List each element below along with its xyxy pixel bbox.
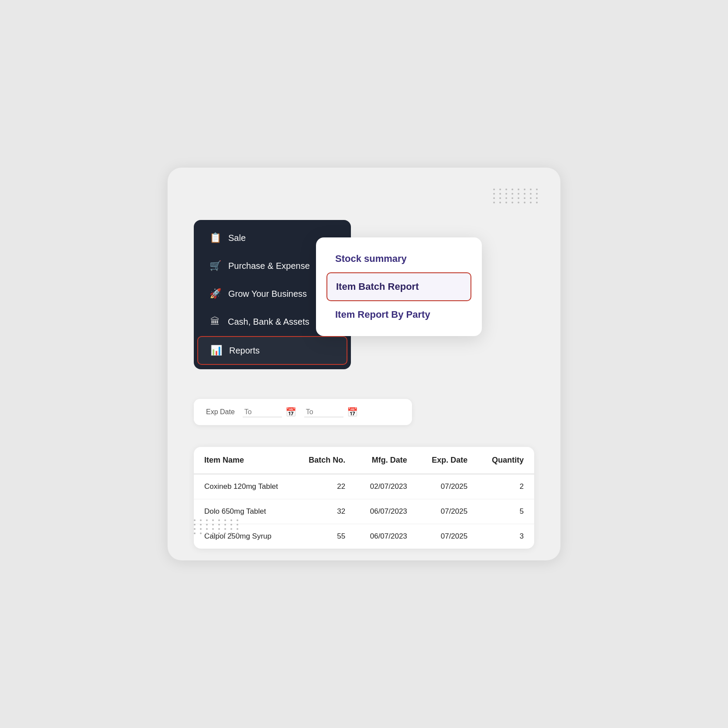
dropdown-item-batch-report[interactable]: Item Batch Report (326, 272, 471, 301)
cell-mfg-date: 06/07/2023 (356, 524, 418, 549)
col-mfg-date: Mfg. Date (356, 447, 418, 474)
sidebar-label-grow: Grow Your Business (228, 289, 323, 299)
dropdown-popup: Stock summary Item Batch Report Item Rep… (316, 237, 482, 336)
cell-mfg-date: 06/07/2023 (356, 499, 418, 524)
table-row: Dolo 650mg Tablet3206/07/202307/20255 (194, 499, 534, 524)
cell-exp-date: 07/2025 (418, 499, 478, 524)
cell-exp-date: 07/2025 (418, 524, 478, 549)
sidebar-label-reports: Reports (229, 346, 334, 356)
col-exp-date: Exp. Date (418, 447, 478, 474)
calendar-to-icon[interactable]: 📅 (347, 407, 358, 417)
cell-quantity: 5 (478, 499, 534, 524)
dropdown-item-report-by-party[interactable]: Item Report By Party (326, 301, 471, 328)
calendar-from-icon[interactable]: 📅 (285, 407, 296, 417)
report-table: Item Name Batch No. Mfg. Date Exp. Date … (194, 447, 534, 549)
sidebar-label-cash: Cash, Bank & Assets (228, 317, 323, 327)
cell-exp-date: 07/2025 (418, 474, 478, 499)
cell-batch-no: 22 (295, 474, 356, 499)
cell-quantity: 2 (478, 474, 534, 499)
date-to-input[interactable] (304, 407, 343, 417)
cell-batch-no: 55 (295, 524, 356, 549)
table-row: Coxineb 120mg Tablet2202/07/202307/20252 (194, 474, 534, 499)
purchase-icon: 🛒 (209, 260, 221, 271)
decorative-dots-top-right (493, 189, 539, 203)
sidebar-label-purchase: Purchase & Expense (228, 261, 323, 271)
col-batch-no: Batch No. (295, 447, 356, 474)
dropdown-stock-summary[interactable]: Stock summary (326, 245, 471, 272)
reports-icon: 📊 (210, 345, 222, 356)
cell-mfg-date: 02/07/2023 (356, 474, 418, 499)
decorative-dots-bottom-left (194, 519, 240, 534)
cell-batch-no: 32 (295, 499, 356, 524)
date-from-group: 📅 (243, 407, 296, 417)
col-item-name: Item Name (194, 447, 295, 474)
exp-date-label: Exp Date (206, 408, 235, 416)
sale-icon: 📋 (209, 232, 221, 244)
col-quantity: Quantity (478, 447, 534, 474)
cell-item-name: Coxineb 120mg Tablet (194, 474, 295, 499)
grow-icon: 🚀 (209, 288, 221, 299)
sidebar-label-sale: Sale (228, 233, 323, 243)
date-from-input[interactable] (243, 407, 282, 417)
table-header-row: Item Name Batch No. Mfg. Date Exp. Date … (194, 447, 534, 474)
report-table-container: Item Name Batch No. Mfg. Date Exp. Date … (194, 447, 534, 549)
cash-icon: 🏛 (209, 316, 221, 327)
cell-quantity: 3 (478, 524, 534, 549)
date-filter-bar: Exp Date 📅 📅 (194, 399, 412, 425)
sidebar-item-reports[interactable]: 📊 Reports (197, 336, 347, 365)
date-to-group: 📅 (304, 407, 358, 417)
main-card: 📋 Sale ⌄ 🛒 Purchase & Expense ⌄ 🚀 Grow Y… (168, 168, 560, 560)
table-row: Calpol 250mg Syrup5506/07/202307/20253 (194, 524, 534, 549)
